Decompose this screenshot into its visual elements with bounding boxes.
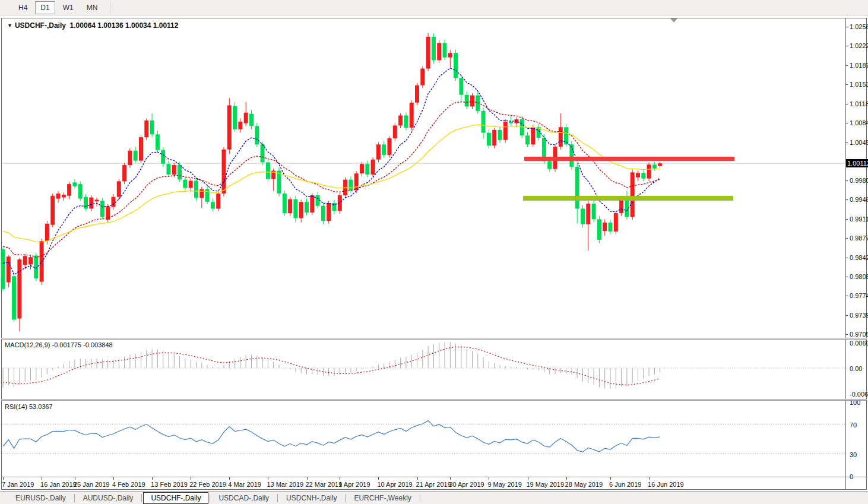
rsi-indicator-label: RSI(14) 53.0367 bbox=[5, 403, 53, 410]
date-tick bbox=[75, 477, 75, 480]
chart-shift-marker-icon[interactable] bbox=[670, 18, 677, 23]
timeframe-button-d1[interactable]: D1 bbox=[35, 1, 55, 14]
price-axis-label: 1.01530 bbox=[850, 81, 868, 88]
price-tick bbox=[845, 219, 848, 220]
date-axis-label: 10 Apr 2019 bbox=[377, 481, 412, 488]
date-axis-label: 16 Jun 2019 bbox=[648, 481, 684, 488]
date-tick bbox=[489, 477, 489, 480]
tab-separator bbox=[210, 494, 210, 502]
date-axis-label: 13 Mar 2019 bbox=[267, 481, 303, 488]
rsi-value: 53.0367 bbox=[29, 403, 53, 410]
price-tick bbox=[845, 277, 848, 277]
price-tick bbox=[845, 27, 848, 27]
price-tick bbox=[845, 238, 848, 239]
date-axis-label: 7 Jan 2019 bbox=[2, 481, 34, 488]
date-axis-label: 21 Apr 2019 bbox=[416, 481, 451, 488]
macd-values: -0.001775 -0.003848 bbox=[52, 341, 112, 348]
date-axis-label: 19 May 2019 bbox=[527, 481, 565, 488]
rsi-name: RSI(14) bbox=[5, 403, 27, 410]
macd-axis-label: 0.006058 bbox=[850, 340, 868, 347]
rsi-axis-label: 70 bbox=[850, 421, 857, 429]
price-tick bbox=[845, 104, 848, 104]
price-axis-label: 1.02220 bbox=[850, 42, 868, 49]
date-axis-label: 4 Mar 2019 bbox=[228, 481, 261, 488]
price-tick bbox=[845, 334, 848, 335]
price-axis-label: 0.97740 bbox=[850, 292, 868, 299]
macd-axis-label: 0.00 bbox=[850, 365, 862, 372]
macd-axis-label: -0.006096 bbox=[850, 391, 868, 398]
date-tick bbox=[3, 477, 4, 480]
timeframe-button-h4[interactable]: H4 bbox=[13, 1, 33, 14]
date-axis-label: 25 Jan 2019 bbox=[74, 481, 110, 488]
price-axis-label: 0.98770 bbox=[850, 234, 868, 242]
price-tick bbox=[845, 123, 848, 123]
timeframe-button-w1[interactable]: W1 bbox=[58, 1, 79, 14]
date-tick bbox=[649, 477, 650, 480]
price-axis-label: 0.98420 bbox=[850, 254, 868, 261]
rsi-axis-label: 30 bbox=[850, 451, 857, 458]
date-axis-label: 13 Feb 2019 bbox=[151, 481, 188, 488]
price-tick bbox=[845, 180, 848, 181]
date-axis-divider bbox=[1, 477, 867, 477]
price-axis-label: 1.01870 bbox=[850, 62, 868, 69]
price-axis-label: 0.99110 bbox=[850, 215, 868, 223]
price-axis-divider bbox=[845, 18, 846, 490]
date-tick bbox=[307, 477, 308, 480]
chart-tab-usdcad[interactable]: USDCAD-,Daily bbox=[211, 493, 276, 503]
chart-title: ▼USDCHF-,Daily 1.00064 1.00136 1.00034 1… bbox=[7, 21, 178, 30]
symbol-period-label: USDCHF-,Daily bbox=[15, 21, 66, 30]
price-tick bbox=[845, 46, 848, 46]
chart-tab-eurusd[interactable]: EURUSD-,Daily bbox=[8, 493, 73, 503]
date-tick bbox=[450, 477, 451, 480]
tab-separator bbox=[345, 494, 346, 502]
price-tick bbox=[845, 84, 848, 85]
chart-tab-eurchf[interactable]: EURCHF-,Weekly bbox=[347, 493, 418, 503]
price-axis-label: 0.99460 bbox=[850, 196, 868, 203]
tab-separator bbox=[277, 494, 278, 502]
price-tick bbox=[845, 65, 848, 66]
date-axis-label: 4 Feb 2019 bbox=[112, 481, 145, 488]
pane-splitter[interactable] bbox=[1, 399, 867, 401]
tab-separator bbox=[420, 494, 420, 502]
price-tick bbox=[845, 296, 848, 296]
chart-tab-usdchf[interactable]: USDCHF-,Daily bbox=[143, 492, 208, 504]
chart-tab-usdcnh[interactable]: USDCNH-,Daily bbox=[279, 493, 344, 503]
price-tick bbox=[845, 142, 848, 143]
timeframe-toolbar: H4D1W1MN bbox=[0, 0, 868, 15]
macd-indicator-label: MACD(12,26,9) -0.001775 -0.003848 bbox=[5, 341, 113, 348]
date-tick bbox=[42, 477, 42, 480]
price-tick bbox=[845, 315, 848, 316]
chevron-down-icon[interactable]: ▼ bbox=[7, 23, 12, 28]
date-tick bbox=[268, 477, 268, 480]
toolbar-separator bbox=[110, 2, 110, 13]
pane-splitter[interactable] bbox=[1, 338, 867, 340]
macd-name: MACD(12,26,9) bbox=[5, 341, 50, 348]
date-tick bbox=[566, 477, 567, 480]
price-axis-label: 0.97050 bbox=[850, 331, 868, 338]
date-tick bbox=[528, 477, 528, 480]
date-axis-label: 22 Feb 2019 bbox=[189, 481, 226, 488]
chart-frame bbox=[1, 18, 867, 490]
tab-separator bbox=[141, 494, 142, 502]
price-tick bbox=[845, 199, 848, 200]
price-axis-label: 1.02560 bbox=[850, 23, 868, 30]
price-axis-label: 1.00490 bbox=[850, 139, 868, 146]
date-tick bbox=[113, 477, 114, 480]
price-axis-label: 1.00840 bbox=[850, 119, 868, 126]
price-axis-label: 0.97390 bbox=[850, 312, 868, 319]
date-tick bbox=[229, 477, 230, 480]
date-tick bbox=[378, 477, 379, 480]
date-tick bbox=[152, 477, 153, 480]
date-axis-label: 9 May 2019 bbox=[487, 481, 521, 488]
chart-tab-bar: EURUSD-,DailyAUDUSD-,DailyUSDCHF-,DailyU… bbox=[0, 491, 868, 504]
price-axis-label: 0.98080 bbox=[850, 273, 868, 280]
ohlc-values: 1.00064 1.00136 1.00034 1.00112 bbox=[70, 21, 179, 30]
chart-tab-audusd[interactable]: AUDUSD-,Daily bbox=[76, 493, 141, 503]
timeframe-button-mn[interactable]: MN bbox=[81, 1, 103, 14]
date-axis-label: 22 Mar 2019 bbox=[306, 481, 343, 488]
date-axis-label: 6 Jun 2019 bbox=[609, 481, 641, 488]
price-axis-label: 0.99800 bbox=[850, 177, 868, 184]
trading-terminal-window: H4D1W1MN ▼USDCHF-,Daily 1.00064 1.00136 … bbox=[0, 0, 868, 504]
date-axis-label: 30 Apr 2019 bbox=[449, 481, 484, 488]
date-tick bbox=[417, 477, 418, 480]
